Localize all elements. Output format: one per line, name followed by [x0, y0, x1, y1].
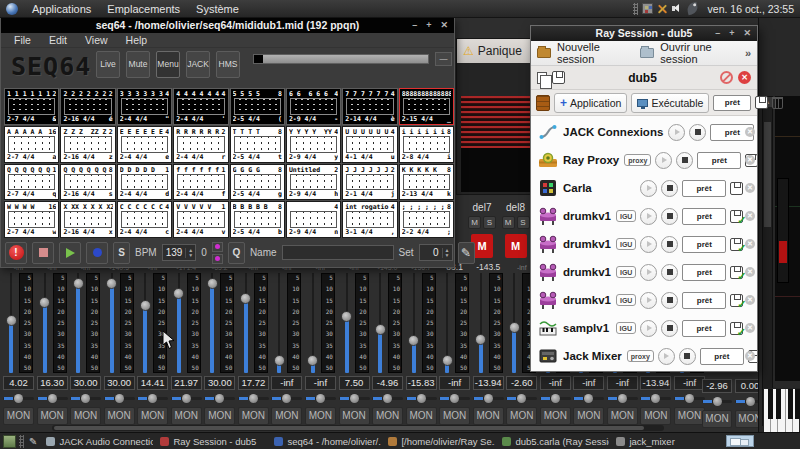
- fader-knob-icon[interactable]: [307, 355, 318, 366]
- panel-menu-applications[interactable]: Applications: [24, 3, 99, 15]
- black-key-icon[interactable]: [776, 389, 781, 419]
- seq64-menu-view[interactable]: View: [78, 34, 115, 46]
- client-row-ray-proxy[interactable]: Ray Proxyproxyprêt✕: [531, 146, 757, 174]
- black-key-icon[interactable]: [788, 389, 793, 419]
- pattern-slot[interactable]: 4 4 4 4 4 442-4 4/4': [173, 88, 228, 125]
- slider-knob-icon[interactable]: [182, 394, 191, 403]
- mon-button[interactable]: MON: [3, 407, 34, 425]
- task-item-seq64-home-olivier[interactable]: seq64 - /home/olivier/...: [270, 434, 381, 449]
- mon-button[interactable]: MON: [506, 407, 537, 425]
- pattern-slot[interactable]: 6 6 6 6 642-9 4/4-: [286, 88, 341, 125]
- strip-balance-slider[interactable]: [137, 394, 168, 403]
- client-save-icon[interactable]: [730, 182, 743, 195]
- client-remove-icon[interactable]: ✕: [745, 295, 755, 305]
- client-remove-icon[interactable]: ✕: [745, 211, 755, 221]
- pattern-slot[interactable]: Z Z Z ZZ Z22-16 4/4z: [60, 126, 115, 163]
- fader-knob-icon[interactable]: [442, 355, 453, 366]
- fader-knob-icon[interactable]: [39, 297, 50, 308]
- client-start-button[interactable]: [640, 180, 657, 197]
- slider-knob-icon[interactable]: [48, 394, 57, 403]
- strip-balance-slider[interactable]: [640, 394, 671, 403]
- strip-balance-slider[interactable]: [104, 394, 135, 403]
- client-stop-button[interactable]: [661, 208, 678, 225]
- client-stop-button[interactable]: [689, 124, 706, 141]
- client-stop-button[interactable]: [661, 264, 678, 281]
- workspace-pager[interactable]: [726, 435, 754, 447]
- strip-fader[interactable]: [374, 273, 386, 373]
- tray-notes-icon[interactable]: [685, 2, 698, 15]
- client-remove-icon[interactable]: ✕: [745, 127, 755, 137]
- play-button[interactable]: [59, 242, 81, 264]
- client-stop-button[interactable]: [661, 236, 678, 253]
- mon-button[interactable]: MON: [204, 407, 235, 425]
- close-session-icon[interactable]: ✕: [738, 71, 751, 84]
- mon-button[interactable]: MON: [540, 407, 571, 425]
- slider-knob-icon[interactable]: [215, 394, 224, 403]
- set-name-input[interactable]: [282, 245, 394, 260]
- toolbar-extra-button[interactable]: —: [435, 52, 452, 66]
- task-item-jack-audio-connectio[interactable]: JACK Audio Connectio...: [42, 434, 153, 449]
- pattern-slot[interactable]: Q Q Q Q Q Q12-7 4/4q: [4, 164, 59, 201]
- black-key-icon[interactable]: [795, 389, 800, 419]
- client-save-icon[interactable]: [730, 266, 743, 279]
- minimize-icon[interactable]: –: [412, 18, 417, 33]
- pattern-slot[interactable]: A A A A A162-7 4/4a: [4, 126, 59, 163]
- slider-knob-icon[interactable]: [618, 394, 627, 403]
- pattern-slot[interactable]: J J J J J J22-1 4/4j: [342, 164, 397, 201]
- seq64-button-menu[interactable]: Menu: [156, 51, 180, 78]
- fader-knob-icon[interactable]: [341, 311, 352, 322]
- pattern-slot[interactable]: E E E E E E42-4 4/4e: [117, 126, 172, 163]
- client-start-button[interactable]: [640, 208, 657, 225]
- strip-balance-slider[interactable]: [372, 394, 403, 403]
- mon-button[interactable]: MON: [271, 407, 302, 425]
- client-start-button[interactable]: [640, 320, 657, 337]
- mute-active-indicator[interactable]: M: [505, 234, 527, 258]
- mon-button[interactable]: MON: [473, 407, 504, 425]
- strip-fader[interactable]: [206, 273, 218, 373]
- strip-fader[interactable]: [240, 273, 252, 373]
- pattern-slot[interactable]: ; ; ; ; ; ;82-2 4/4;: [399, 201, 454, 238]
- panic-button[interactable]: !: [5, 242, 27, 264]
- slider-knob-icon[interactable]: [484, 394, 493, 403]
- close-icon[interactable]: ✕: [440, 18, 448, 33]
- solo-button[interactable]: S: [483, 216, 496, 229]
- scrollbar-thumb[interactable]: [764, 122, 771, 227]
- client-remove-icon[interactable]: ✕: [745, 351, 755, 361]
- mon-button[interactable]: MON: [171, 407, 202, 425]
- tap-button-top[interactable]: [212, 242, 223, 252]
- add-executable-button[interactable]: Exécutable: [631, 93, 709, 113]
- scrollbar-thumb[interactable]: [54, 426, 644, 430]
- client-stop-button[interactable]: [679, 348, 696, 365]
- task-item-ray-session-dub5[interactable]: Ray Session - dub5: [156, 434, 267, 449]
- strip-fader[interactable]: [5, 273, 17, 373]
- distro-logo-icon[interactable]: [6, 3, 18, 15]
- client-save-icon[interactable]: [730, 238, 743, 251]
- tray-grip-icon[interactable]: [633, 3, 638, 15]
- client-row-drumkv1[interactable]: drumkv1IGUprêt✕: [531, 286, 757, 314]
- client-start-button[interactable]: [668, 124, 685, 141]
- slider-knob-icon[interactable]: [282, 394, 291, 403]
- slider-knob-icon[interactable]: [249, 394, 258, 403]
- strip-balance-slider[interactable]: [573, 394, 604, 403]
- pattern-slot[interactable]: 1 1 1 1 1 122-7 4/4&: [4, 88, 59, 125]
- client-start-button[interactable]: [640, 292, 657, 309]
- slider-knob-icon[interactable]: [316, 394, 325, 403]
- mon-button[interactable]: MON: [70, 407, 101, 425]
- client-row-jack-connexions[interactable]: JACK Connexionsprêt✕: [531, 118, 757, 146]
- save-all-icon[interactable]: [755, 96, 768, 109]
- pattern-slot[interactable]: 88888888888882-15 4/4_: [399, 88, 454, 125]
- client-row-drumkv1[interactable]: drumkv1IGUprêt✕: [531, 202, 757, 230]
- pattern-slot[interactable]: 2 2 2 2 2 222-16 4/4é: [60, 88, 115, 125]
- strip-balance-slider[interactable]: [70, 394, 101, 403]
- client-stop-button[interactable]: [661, 180, 678, 197]
- client-remove-icon[interactable]: ✕: [745, 323, 755, 333]
- strip-balance-slider[interactable]: [607, 394, 638, 403]
- strip-fader[interactable]: [441, 273, 453, 373]
- spinner-arrows-icon[interactable]: ▲▼: [185, 248, 195, 258]
- fader-knob-icon[interactable]: [73, 278, 84, 289]
- record-button[interactable]: [86, 242, 108, 264]
- mon-button[interactable]: MON: [305, 407, 336, 425]
- strip-fader[interactable]: [508, 273, 520, 373]
- workspace-cell[interactable]: [726, 435, 754, 447]
- fader-knob-icon[interactable]: [6, 315, 17, 326]
